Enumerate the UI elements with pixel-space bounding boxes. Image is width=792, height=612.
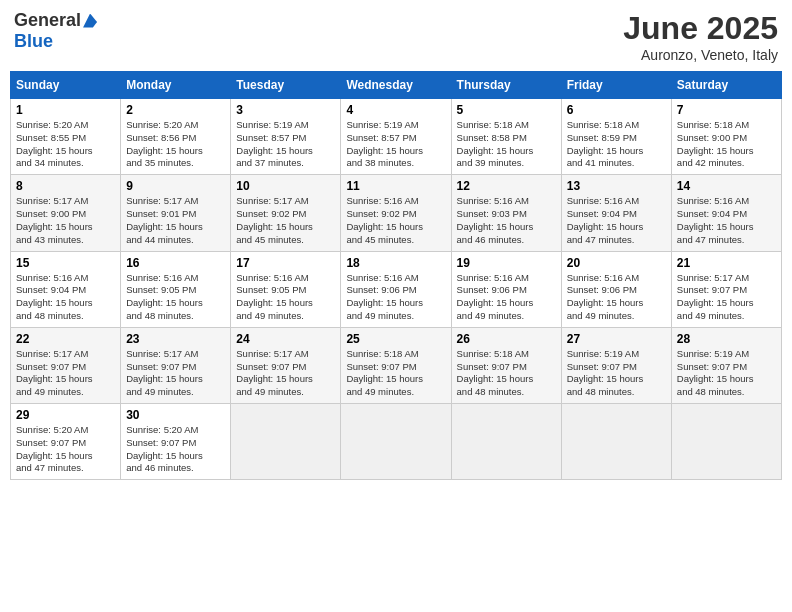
day-number: 27 <box>567 332 666 346</box>
calendar-day-cell: 18Sunrise: 5:16 AM Sunset: 9:06 PM Dayli… <box>341 251 451 327</box>
calendar-day-cell: 26Sunrise: 5:18 AM Sunset: 9:07 PM Dayli… <box>451 327 561 403</box>
day-number: 7 <box>677 103 776 117</box>
calendar-day-cell <box>561 404 671 480</box>
day-number: 13 <box>567 179 666 193</box>
day-number: 26 <box>457 332 556 346</box>
calendar-day-cell: 15Sunrise: 5:16 AM Sunset: 9:04 PM Dayli… <box>11 251 121 327</box>
day-number: 22 <box>16 332 115 346</box>
day-number: 29 <box>16 408 115 422</box>
day-info: Sunrise: 5:16 AM Sunset: 9:03 PM Dayligh… <box>457 195 556 246</box>
day-info: Sunrise: 5:18 AM Sunset: 8:58 PM Dayligh… <box>457 119 556 170</box>
day-number: 4 <box>346 103 445 117</box>
day-info: Sunrise: 5:17 AM Sunset: 9:07 PM Dayligh… <box>16 348 115 399</box>
day-number: 21 <box>677 256 776 270</box>
day-number: 11 <box>346 179 445 193</box>
logo-blue-text: Blue <box>14 31 53 52</box>
weekday-header-wednesday: Wednesday <box>341 72 451 99</box>
calendar-day-cell: 7Sunrise: 5:18 AM Sunset: 9:00 PM Daylig… <box>671 99 781 175</box>
logo: General Blue <box>14 10 97 52</box>
day-number: 17 <box>236 256 335 270</box>
location: Auronzo, Veneto, Italy <box>623 47 778 63</box>
calendar-day-cell: 19Sunrise: 5:16 AM Sunset: 9:06 PM Dayli… <box>451 251 561 327</box>
calendar-day-cell: 29Sunrise: 5:20 AM Sunset: 9:07 PM Dayli… <box>11 404 121 480</box>
day-number: 19 <box>457 256 556 270</box>
day-info: Sunrise: 5:17 AM Sunset: 9:00 PM Dayligh… <box>16 195 115 246</box>
day-info: Sunrise: 5:19 AM Sunset: 9:07 PM Dayligh… <box>677 348 776 399</box>
day-number: 6 <box>567 103 666 117</box>
day-info: Sunrise: 5:17 AM Sunset: 9:07 PM Dayligh… <box>126 348 225 399</box>
calendar-day-cell: 4Sunrise: 5:19 AM Sunset: 8:57 PM Daylig… <box>341 99 451 175</box>
calendar-day-cell: 20Sunrise: 5:16 AM Sunset: 9:06 PM Dayli… <box>561 251 671 327</box>
weekday-header-friday: Friday <box>561 72 671 99</box>
calendar-week-row: 22Sunrise: 5:17 AM Sunset: 9:07 PM Dayli… <box>11 327 782 403</box>
calendar-day-cell: 28Sunrise: 5:19 AM Sunset: 9:07 PM Dayli… <box>671 327 781 403</box>
day-info: Sunrise: 5:20 AM Sunset: 8:55 PM Dayligh… <box>16 119 115 170</box>
calendar-day-cell: 17Sunrise: 5:16 AM Sunset: 9:05 PM Dayli… <box>231 251 341 327</box>
calendar-day-cell: 3Sunrise: 5:19 AM Sunset: 8:57 PM Daylig… <box>231 99 341 175</box>
day-info: Sunrise: 5:20 AM Sunset: 9:07 PM Dayligh… <box>16 424 115 475</box>
calendar-table: SundayMondayTuesdayWednesdayThursdayFrid… <box>10 71 782 480</box>
calendar-day-cell <box>671 404 781 480</box>
day-info: Sunrise: 5:16 AM Sunset: 9:04 PM Dayligh… <box>567 195 666 246</box>
calendar-day-cell: 13Sunrise: 5:16 AM Sunset: 9:04 PM Dayli… <box>561 175 671 251</box>
title-section: June 2025 Auronzo, Veneto, Italy <box>623 10 778 63</box>
calendar-day-cell: 14Sunrise: 5:16 AM Sunset: 9:04 PM Dayli… <box>671 175 781 251</box>
day-info: Sunrise: 5:19 AM Sunset: 8:57 PM Dayligh… <box>236 119 335 170</box>
day-info: Sunrise: 5:16 AM Sunset: 9:04 PM Dayligh… <box>677 195 776 246</box>
calendar-day-cell <box>341 404 451 480</box>
calendar-week-row: 15Sunrise: 5:16 AM Sunset: 9:04 PM Dayli… <box>11 251 782 327</box>
calendar-day-cell: 23Sunrise: 5:17 AM Sunset: 9:07 PM Dayli… <box>121 327 231 403</box>
calendar-day-cell <box>231 404 341 480</box>
day-number: 2 <box>126 103 225 117</box>
weekday-header-saturday: Saturday <box>671 72 781 99</box>
day-info: Sunrise: 5:16 AM Sunset: 9:04 PM Dayligh… <box>16 272 115 323</box>
page-header: General Blue June 2025 Auronzo, Veneto, … <box>10 10 782 63</box>
weekday-header-thursday: Thursday <box>451 72 561 99</box>
calendar-day-cell: 8Sunrise: 5:17 AM Sunset: 9:00 PM Daylig… <box>11 175 121 251</box>
calendar-day-cell: 12Sunrise: 5:16 AM Sunset: 9:03 PM Dayli… <box>451 175 561 251</box>
day-number: 3 <box>236 103 335 117</box>
day-number: 25 <box>346 332 445 346</box>
calendar-day-cell: 22Sunrise: 5:17 AM Sunset: 9:07 PM Dayli… <box>11 327 121 403</box>
calendar-day-cell: 9Sunrise: 5:17 AM Sunset: 9:01 PM Daylig… <box>121 175 231 251</box>
calendar-day-cell: 25Sunrise: 5:18 AM Sunset: 9:07 PM Dayli… <box>341 327 451 403</box>
weekday-header-tuesday: Tuesday <box>231 72 341 99</box>
calendar-day-cell: 21Sunrise: 5:17 AM Sunset: 9:07 PM Dayli… <box>671 251 781 327</box>
weekday-header-sunday: Sunday <box>11 72 121 99</box>
logo-general-text: General <box>14 10 81 31</box>
calendar-day-cell: 5Sunrise: 5:18 AM Sunset: 8:58 PM Daylig… <box>451 99 561 175</box>
day-info: Sunrise: 5:18 AM Sunset: 8:59 PM Dayligh… <box>567 119 666 170</box>
calendar-day-cell: 1Sunrise: 5:20 AM Sunset: 8:55 PM Daylig… <box>11 99 121 175</box>
day-info: Sunrise: 5:16 AM Sunset: 9:06 PM Dayligh… <box>346 272 445 323</box>
day-number: 8 <box>16 179 115 193</box>
day-info: Sunrise: 5:20 AM Sunset: 9:07 PM Dayligh… <box>126 424 225 475</box>
day-info: Sunrise: 5:20 AM Sunset: 8:56 PM Dayligh… <box>126 119 225 170</box>
day-info: Sunrise: 5:17 AM Sunset: 9:02 PM Dayligh… <box>236 195 335 246</box>
day-number: 20 <box>567 256 666 270</box>
day-number: 12 <box>457 179 556 193</box>
day-number: 24 <box>236 332 335 346</box>
calendar-day-cell: 24Sunrise: 5:17 AM Sunset: 9:07 PM Dayli… <box>231 327 341 403</box>
calendar-week-row: 8Sunrise: 5:17 AM Sunset: 9:00 PM Daylig… <box>11 175 782 251</box>
calendar-week-row: 29Sunrise: 5:20 AM Sunset: 9:07 PM Dayli… <box>11 404 782 480</box>
calendar-week-row: 1Sunrise: 5:20 AM Sunset: 8:55 PM Daylig… <box>11 99 782 175</box>
day-info: Sunrise: 5:17 AM Sunset: 9:07 PM Dayligh… <box>677 272 776 323</box>
day-number: 15 <box>16 256 115 270</box>
calendar-day-cell: 11Sunrise: 5:16 AM Sunset: 9:02 PM Dayli… <box>341 175 451 251</box>
weekday-header-monday: Monday <box>121 72 231 99</box>
day-info: Sunrise: 5:19 AM Sunset: 9:07 PM Dayligh… <box>567 348 666 399</box>
day-info: Sunrise: 5:19 AM Sunset: 8:57 PM Dayligh… <box>346 119 445 170</box>
calendar-day-cell: 6Sunrise: 5:18 AM Sunset: 8:59 PM Daylig… <box>561 99 671 175</box>
day-info: Sunrise: 5:16 AM Sunset: 9:06 PM Dayligh… <box>567 272 666 323</box>
month-title: June 2025 <box>623 10 778 47</box>
weekday-header-row: SundayMondayTuesdayWednesdayThursdayFrid… <box>11 72 782 99</box>
day-number: 1 <box>16 103 115 117</box>
calendar-day-cell: 27Sunrise: 5:19 AM Sunset: 9:07 PM Dayli… <box>561 327 671 403</box>
day-info: Sunrise: 5:18 AM Sunset: 9:00 PM Dayligh… <box>677 119 776 170</box>
calendar-day-cell: 16Sunrise: 5:16 AM Sunset: 9:05 PM Dayli… <box>121 251 231 327</box>
day-number: 9 <box>126 179 225 193</box>
day-info: Sunrise: 5:18 AM Sunset: 9:07 PM Dayligh… <box>457 348 556 399</box>
day-number: 23 <box>126 332 225 346</box>
day-info: Sunrise: 5:16 AM Sunset: 9:02 PM Dayligh… <box>346 195 445 246</box>
day-info: Sunrise: 5:17 AM Sunset: 9:07 PM Dayligh… <box>236 348 335 399</box>
